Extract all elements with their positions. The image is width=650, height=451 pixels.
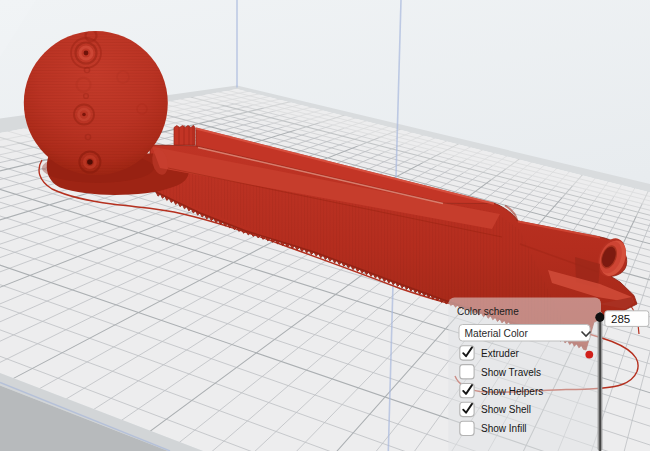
svg-text:Show Shell: Show Shell <box>481 404 531 415</box>
svg-text:285: 285 <box>611 313 630 325</box>
svg-text:Extruder: Extruder <box>481 348 519 359</box>
svg-text:Show Travels: Show Travels <box>481 367 541 378</box>
svg-text:Show Infill: Show Infill <box>481 423 527 434</box>
svg-text:Material Color: Material Color <box>465 328 529 339</box>
svg-text:Color scheme: Color scheme <box>457 306 519 317</box>
svg-text:Show Helpers: Show Helpers <box>481 386 543 397</box>
